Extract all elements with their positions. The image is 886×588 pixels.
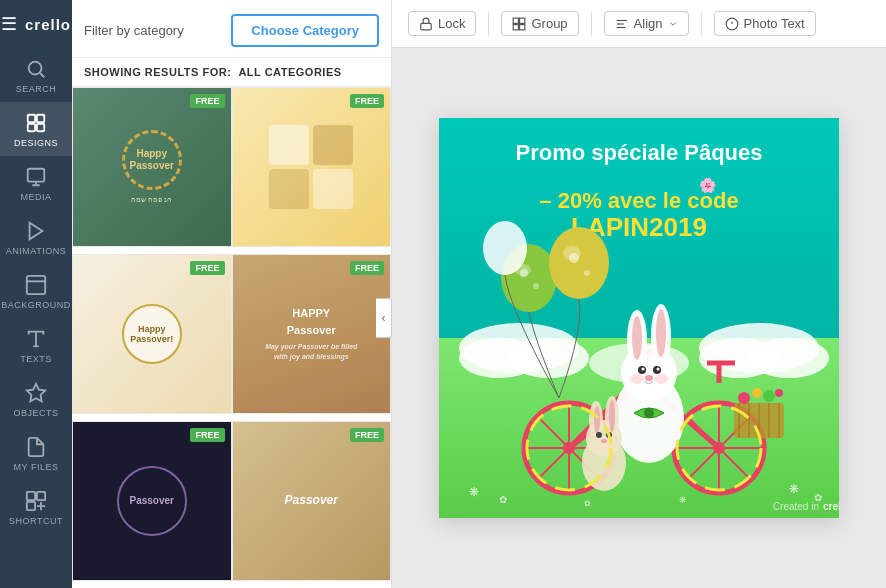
svg-text:❋: ❋	[679, 495, 687, 505]
design-template-6[interactable]: Passover FREE	[232, 421, 392, 581]
sidebar-background-label: BACKGROUND	[1, 300, 71, 310]
svg-point-82	[657, 368, 660, 371]
sidebar-designs-label: DESIGNS	[14, 138, 58, 148]
svg-point-70	[752, 388, 762, 398]
svg-line-1	[40, 73, 44, 77]
animations-icon	[25, 220, 47, 242]
group-icon	[512, 17, 526, 31]
svg-rect-4	[28, 124, 35, 131]
svg-point-94	[601, 439, 607, 443]
svg-rect-3	[37, 115, 44, 122]
design-template-5[interactable]: Passover FREE	[72, 421, 232, 581]
svg-rect-8	[27, 276, 45, 294]
svg-text:Promo spéciale Pâques: Promo spéciale Pâques	[516, 140, 763, 165]
design-panel: Filter by category Choose Category SHOWI…	[72, 0, 392, 588]
showing-results-label: SHOWING RESULTS FOR:	[84, 66, 231, 78]
designs-grid: Happy Passover חג פסח שמח FREE FREE	[72, 87, 391, 588]
canvas-wrapper: ‹	[392, 48, 886, 588]
hamburger-icon[interactable]: ☰	[1, 13, 17, 35]
svg-point-39	[533, 283, 539, 289]
choose-category-button[interactable]: Choose Category	[231, 14, 379, 47]
photo-text-label: Photo Text	[744, 16, 805, 31]
free-badge-6: FREE	[350, 428, 384, 442]
svg-point-38	[520, 269, 528, 277]
sidebar-texts-label: TEXTS	[20, 354, 52, 364]
svg-rect-9	[27, 492, 35, 500]
svg-point-84	[630, 374, 644, 384]
svg-point-40	[569, 253, 579, 263]
svg-rect-10	[37, 492, 45, 500]
toolbar-divider-2	[591, 12, 592, 36]
svg-point-37	[483, 221, 527, 275]
svg-text:❋: ❋	[469, 485, 479, 499]
svg-rect-14	[520, 18, 525, 23]
svg-point-77	[632, 316, 642, 360]
sidebar-item-shortcut[interactable]: SHORTCUT	[0, 480, 72, 534]
svg-point-71	[763, 390, 775, 402]
sidebar-item-texts[interactable]: TEXTS	[0, 318, 72, 372]
lock-icon	[419, 17, 433, 31]
design-template-4[interactable]: HAPPY Passover May your Passover be fill…	[232, 254, 392, 414]
svg-point-35	[549, 227, 609, 299]
svg-text:✿: ✿	[499, 494, 507, 505]
align-label: Align	[634, 16, 663, 31]
media-icon	[25, 166, 47, 188]
sidebar-item-animations[interactable]: ANIMATIONS	[0, 210, 72, 264]
sidebar-animations-label: ANIMATIONS	[6, 246, 66, 256]
canvas-svg: Promo spéciale Pâques 🌸 – 20% avec le co…	[439, 118, 839, 518]
designs-icon	[25, 112, 47, 134]
photo-text-button[interactable]: Photo Text	[714, 11, 816, 36]
svg-text:crello: crello	[823, 501, 839, 512]
chevron-down-icon	[668, 19, 678, 29]
svg-point-41	[584, 270, 590, 276]
free-badge-4: FREE	[350, 261, 384, 275]
svg-point-83	[645, 375, 653, 381]
sidebar-item-objects[interactable]: OBJECTS	[0, 372, 72, 426]
svg-point-27	[749, 338, 829, 378]
lock-button[interactable]: Lock	[408, 11, 476, 36]
svg-point-69	[738, 392, 750, 404]
svg-point-0	[29, 62, 42, 75]
svg-point-72	[775, 389, 783, 397]
objects-icon	[25, 382, 47, 404]
svg-rect-16	[520, 24, 525, 29]
texts-icon	[25, 328, 47, 350]
collapse-panel-button[interactable]: ‹	[376, 298, 392, 338]
showing-results-bar: SHOWING RESULTS FOR: All Categories	[72, 58, 391, 87]
sidebar-item-media[interactable]: MEDIA	[0, 156, 72, 210]
sidebar-media-label: MEDIA	[20, 192, 51, 202]
svg-point-81	[642, 368, 645, 371]
background-icon	[25, 274, 47, 296]
svg-marker-7	[30, 223, 43, 240]
design-template-2[interactable]: FREE	[232, 87, 392, 247]
panel-header: Filter by category Choose Category	[72, 0, 391, 58]
svg-point-78	[656, 309, 666, 357]
free-badge-1: FREE	[190, 94, 224, 108]
sidebar-myfiles-label: MY FILES	[14, 462, 59, 472]
sidebar-item-background[interactable]: BACKGROUND	[0, 264, 72, 318]
svg-rect-11	[27, 502, 35, 510]
svg-point-85	[654, 374, 668, 384]
svg-rect-6	[28, 169, 45, 182]
free-badge-5: FREE	[190, 428, 224, 442]
sidebar-item-search[interactable]: SEARCH	[0, 48, 72, 102]
toolbar: Lock Group Align Photo Text	[392, 0, 886, 48]
showing-results-value: All Categories	[238, 66, 341, 78]
filter-by-category-label: Filter by category	[84, 23, 184, 38]
sidebar-item-my-files[interactable]: MY FILES	[0, 426, 72, 480]
svg-text:Created in: Created in	[773, 501, 819, 512]
svg-point-90	[594, 406, 600, 434]
align-button[interactable]: Align	[604, 11, 689, 36]
group-label: Group	[531, 16, 567, 31]
svg-point-95	[644, 408, 654, 418]
sidebar-search-label: SEARCH	[16, 84, 57, 94]
design-canvas[interactable]: Promo spéciale Pâques 🌸 – 20% avec le co…	[439, 118, 839, 518]
svg-text:❋: ❋	[789, 482, 799, 496]
search-icon	[25, 58, 47, 80]
design-template-1[interactable]: Happy Passover חג פסח שמח FREE	[72, 87, 232, 247]
sidebar-item-designs[interactable]: DESIGNS	[0, 102, 72, 156]
group-button[interactable]: Group	[501, 11, 578, 36]
svg-point-92	[596, 432, 602, 438]
sidebar-header: ☰ crello	[0, 0, 72, 48]
design-template-3[interactable]: HappyPassover! FREE	[72, 254, 232, 414]
